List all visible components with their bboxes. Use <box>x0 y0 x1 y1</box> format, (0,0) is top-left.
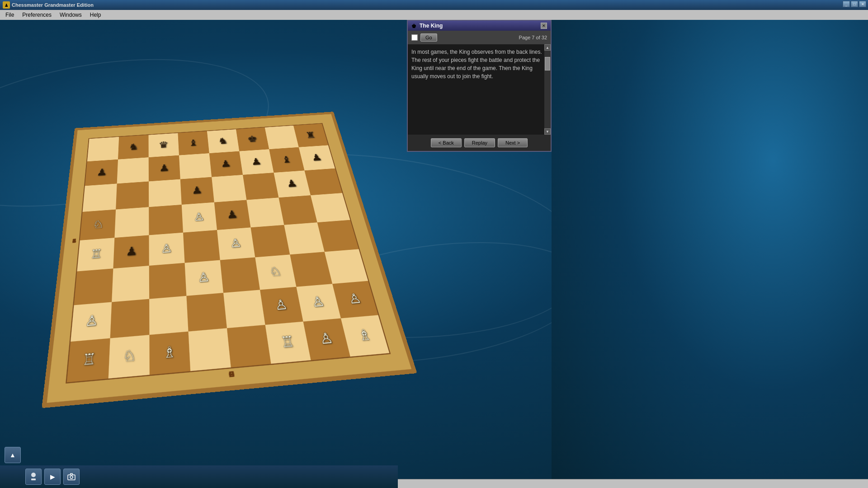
back-button[interactable]: < Back <box>431 138 462 147</box>
piece-a4: ♖ <box>90 248 103 261</box>
cell-d1[interactable] <box>189 328 231 371</box>
camera-button[interactable] <box>63 469 80 485</box>
piece-b8: ♞ <box>128 142 139 151</box>
cell-c3[interactable] <box>149 263 187 299</box>
cell-b7[interactable] <box>117 157 149 183</box>
cell-e4[interactable]: ♙ <box>217 227 255 260</box>
cell-b3[interactable] <box>112 266 149 302</box>
cell-f6[interactable] <box>243 173 278 200</box>
replay-button[interactable]: Replay <box>464 138 495 147</box>
go-controls: Go <box>411 33 437 42</box>
cell-c5[interactable] <box>149 205 183 235</box>
cell-h7[interactable]: ♟ <box>299 145 335 170</box>
cell-c4[interactable]: ♙ <box>149 233 184 266</box>
cell-a7[interactable]: ♟ <box>85 160 118 186</box>
up-arrow-button[interactable]: ▲ <box>5 447 21 463</box>
cell-b5[interactable] <box>114 207 149 238</box>
cell-f7[interactable]: ♟ <box>239 149 274 175</box>
cell-b4[interactable]: ♟ <box>113 235 149 268</box>
cell-f5[interactable] <box>246 197 284 227</box>
cell-f4[interactable] <box>250 225 290 257</box>
piece-b1: ♘ <box>123 348 136 364</box>
file-h: H <box>228 370 235 379</box>
piece-icon-button[interactable] <box>25 469 42 485</box>
cell-f8[interactable]: ♚ <box>236 127 269 151</box>
cell-d4[interactable] <box>183 230 220 263</box>
menu-bar: File Preferences Windows Help <box>0 10 868 20</box>
cell-d2[interactable] <box>186 293 227 332</box>
restore-button[interactable]: □ <box>851 1 858 7</box>
go-checkbox[interactable] <box>411 34 418 41</box>
cell-h4[interactable] <box>317 220 359 252</box>
cell-a3[interactable] <box>74 268 113 305</box>
cell-b2[interactable] <box>110 299 150 338</box>
cell-f2[interactable]: ♙ <box>260 286 303 325</box>
menu-help[interactable]: Help <box>86 11 105 19</box>
app-title: Chessmaster Grandmaster Edition <box>12 2 94 8</box>
piece-a5: ♘ <box>92 219 104 230</box>
dialog-close-button[interactable]: ✕ <box>541 23 547 29</box>
piece-d8: ♝ <box>188 138 198 147</box>
scroll-down-button[interactable]: ▼ <box>544 128 551 135</box>
cell-b8[interactable]: ♞ <box>118 135 149 160</box>
scroll-up-button[interactable]: ▲ <box>544 44 551 51</box>
cell-e3[interactable] <box>220 257 260 292</box>
cell-e8[interactable]: ♞ <box>207 129 239 153</box>
scrollbar[interactable]: ▲ ▼ <box>544 44 551 135</box>
cell-e7[interactable]: ♟ <box>209 151 243 177</box>
cell-f1[interactable]: ♖ <box>265 322 311 364</box>
menu-windows[interactable]: Windows <box>56 11 85 19</box>
dialog-nav-buttons: < Back Replay Next > <box>408 135 551 151</box>
bottom-controls: ▲ ▶ <box>0 465 398 488</box>
cell-e1[interactable] <box>227 325 271 367</box>
cell-a2[interactable]: ♙ <box>71 302 112 342</box>
minimize-button[interactable]: _ <box>843 1 850 7</box>
cell-e5[interactable]: ♟ <box>214 200 251 230</box>
scroll-thumb[interactable] <box>545 57 550 70</box>
piece-a7: ♟ <box>96 167 108 177</box>
cell-g7[interactable]: ♝ <box>269 147 304 173</box>
cell-b6[interactable] <box>116 181 149 210</box>
cell-h3[interactable] <box>325 249 368 284</box>
piece-e5: ♟ <box>226 209 238 221</box>
dialog-titlebar: ♚ The King ✕ <box>408 21 551 31</box>
cell-c2[interactable] <box>149 296 188 335</box>
cell-c6[interactable] <box>149 179 182 207</box>
cell-a8[interactable] <box>87 137 119 161</box>
svg-point-5 <box>70 476 73 479</box>
piece-g2: ♙ <box>311 295 326 310</box>
play-button[interactable]: ▶ <box>44 469 61 485</box>
cell-c7[interactable]: ♟ <box>149 155 180 181</box>
cell-e2[interactable] <box>223 290 265 328</box>
cell-a5[interactable]: ♘ <box>80 210 116 240</box>
cell-d7[interactable] <box>179 153 212 179</box>
cell-f3[interactable]: ♘ <box>255 254 296 290</box>
piece-f2: ♙ <box>274 298 289 313</box>
cell-h5[interactable] <box>311 193 350 222</box>
close-button[interactable]: ✕ <box>859 1 866 7</box>
piece-c4: ♙ <box>160 243 172 255</box>
cell-c1[interactable]: ♗ <box>149 332 190 375</box>
menu-file[interactable]: File <box>2 11 18 19</box>
piece-e7: ♟ <box>220 159 231 169</box>
cell-g8[interactable] <box>265 126 299 149</box>
cell-c8[interactable]: ♛ <box>148 133 179 157</box>
cell-d5[interactable]: ♙ <box>182 202 217 233</box>
king-icon: ♚ <box>411 23 418 29</box>
cell-a4[interactable]: ♖ <box>77 238 114 271</box>
next-button[interactable]: Next > <box>498 138 528 147</box>
cell-b1[interactable]: ♘ <box>108 335 150 378</box>
go-button[interactable]: Go <box>420 33 437 42</box>
cell-e6[interactable] <box>212 175 246 202</box>
cell-h6[interactable] <box>304 168 342 195</box>
cell-h8[interactable]: ♜ <box>293 124 328 147</box>
cell-h2[interactable]: ♙ <box>332 281 378 319</box>
dialog-content: In most games, the King observes from th… <box>408 44 551 135</box>
cell-d6[interactable]: ♟ <box>180 177 214 205</box>
app-logo: ♟ Chessmaster Grandmaster Edition <box>3 1 94 9</box>
cell-d8[interactable]: ♝ <box>178 131 209 155</box>
cell-a1[interactable]: ♖ <box>67 338 110 382</box>
menu-preferences[interactable]: Preferences <box>19 11 55 19</box>
cell-a6[interactable] <box>83 183 117 212</box>
cell-d3[interactable]: ♙ <box>185 260 223 296</box>
